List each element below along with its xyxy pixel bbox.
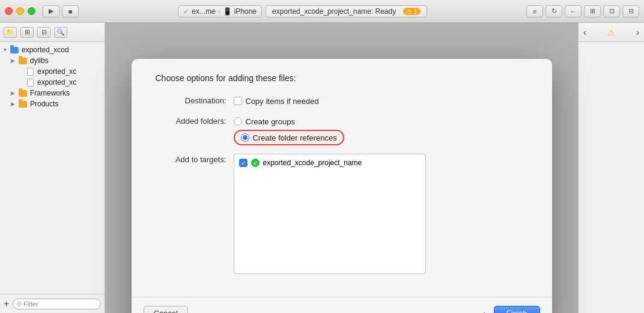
list-view-button[interactable]: ≡ xyxy=(526,5,543,17)
tree-item-file2[interactable]: exported_xc xyxy=(0,77,105,88)
create-groups-option[interactable]: Create groups xyxy=(234,115,344,127)
destination-row: Destination: Copy items if needed xyxy=(156,95,528,107)
tree-item-label: dylibs xyxy=(30,56,49,65)
filter-icon: ⊙ xyxy=(17,300,22,307)
right-arrow-icon: → xyxy=(475,305,489,313)
separator: › xyxy=(218,7,220,16)
device-label: iPhone xyxy=(234,7,257,16)
chevron-right-icon: ▶ xyxy=(11,58,18,64)
create-groups-label: Create groups xyxy=(246,117,295,126)
sidebar-toolbar: 📁 ⊞ ⊟ 🔍 xyxy=(0,23,105,42)
chevron-right-icon: ▶ xyxy=(11,101,18,107)
table-icon-btn[interactable]: ⊟ xyxy=(37,27,50,38)
right-panel-toolbar: ‹ ⚠ › xyxy=(579,23,644,42)
folder-yellow-icon xyxy=(18,56,28,65)
tree-item-products[interactable]: ▶ Products xyxy=(0,99,105,109)
dialog: Choose options for adding these files: D… xyxy=(132,59,552,313)
titlebar: ▶ ■ ✓ ex...me › 📱 iPhone exported_xcode_… xyxy=(0,0,644,23)
folder-yellow-icon xyxy=(18,100,28,108)
warning-badge[interactable]: ⚠ 1 xyxy=(403,8,421,15)
tree-view: ▼ exported_xcod ▶ dylibs exported_xc xyxy=(0,42,105,294)
utility-toggle-button[interactable]: ⊟ xyxy=(622,5,639,17)
filter-placeholder: Filter xyxy=(23,300,38,308)
target-item[interactable]: ✓ ✓ exported_xcode_project_name xyxy=(237,157,423,169)
titlebar-controls: ▶ ■ xyxy=(43,5,79,17)
targets-list[interactable]: ✓ ✓ exported_xcode_project_name xyxy=(234,154,426,274)
dialog-title: Choose options for adding these files: xyxy=(156,73,528,83)
sidebar: 📁 ⊞ ⊟ 🔍 ▼ exported_xcod ▶ dylibs xyxy=(0,23,105,313)
cancel-button[interactable]: Cancel xyxy=(144,306,188,313)
content-area: Choose options for adding these files: D… xyxy=(105,23,578,313)
create-folder-refs-label: Create folder references xyxy=(253,133,337,142)
arrow-hint: → Finish xyxy=(475,305,540,313)
warning-icon: ⚠ xyxy=(607,28,615,37)
copy-items-label: Copy items if needed xyxy=(246,97,319,106)
added-folders-field: Create groups Create folder references xyxy=(234,115,344,145)
added-folders-label: Added folders: xyxy=(156,115,234,127)
right-panel: ‹ ⚠ › xyxy=(578,23,644,313)
copy-items-option[interactable]: Copy items if needed xyxy=(234,95,319,107)
folder-yellow-icon xyxy=(18,89,28,97)
status-text: exported_xcode_project_name: Ready xyxy=(272,7,396,16)
search-icon-btn[interactable]: 🔍 xyxy=(54,27,67,38)
create-folder-refs-option[interactable]: Create folder references xyxy=(234,130,344,145)
sidebar-toggle-button[interactable]: ⊞ xyxy=(584,5,601,17)
add-to-targets-row: Add to targets: ✓ ✓ exported_xcode_proje… xyxy=(156,154,528,274)
tree-item-frameworks[interactable]: ▶ Frameworks xyxy=(0,88,105,99)
tree-item-label: Products xyxy=(30,100,58,108)
run-button[interactable]: ▶ xyxy=(43,5,59,17)
file-icon xyxy=(25,67,35,76)
dialog-content: Choose options for adding these files: D… xyxy=(132,59,552,297)
stop-button[interactable]: ■ xyxy=(62,5,79,17)
nav-left-button[interactable]: ‹ xyxy=(583,27,586,38)
folder-blue-icon xyxy=(10,46,19,54)
close-button[interactable] xyxy=(5,7,13,15)
tree-item-label: exported_xc xyxy=(37,67,76,76)
nav-right-button[interactable]: › xyxy=(636,27,639,38)
target-checkbox[interactable]: ✓ xyxy=(239,159,248,167)
sidebar-bottom: + ⊙ Filter xyxy=(0,294,105,313)
target-name: exported_xcode_project_name xyxy=(263,159,362,167)
destination-label: Destination: xyxy=(156,95,234,107)
dialog-overlay: Choose options for adding these files: D… xyxy=(105,23,578,313)
tree-item-label: exported_xcod xyxy=(22,46,69,54)
dialog-footer: Cancel → Finish xyxy=(132,297,552,313)
scheme-selector[interactable]: ✓ ex...me › 📱 iPhone xyxy=(178,5,262,17)
check-circle-icon: ✓ xyxy=(183,7,189,16)
inspector-toggle-button[interactable]: ⊡ xyxy=(603,5,620,17)
chevron-right-icon: ▶ xyxy=(11,90,18,96)
tree-item-file1[interactable]: exported_xc xyxy=(0,66,105,77)
status-bar: exported_xcode_project_name: Ready ⚠ 1 xyxy=(266,5,427,17)
maximize-button[interactable] xyxy=(28,7,35,15)
file-icon xyxy=(25,78,35,87)
add-button[interactable]: + xyxy=(4,299,9,309)
finish-button[interactable]: Finish xyxy=(494,306,540,313)
add-to-targets-label: Add to targets: xyxy=(156,154,234,166)
chevron-down-icon: ▼ xyxy=(2,47,10,53)
create-groups-radio[interactable] xyxy=(234,117,242,126)
device-icon: 📱 xyxy=(223,7,232,16)
minimize-button[interactable] xyxy=(16,7,24,15)
titlebar-center: ✓ ex...me › 📱 iPhone exported_xcode_proj… xyxy=(84,5,521,17)
refresh-button[interactable]: ↻ xyxy=(545,5,562,17)
tree-item-label: Frameworks xyxy=(30,89,70,97)
folder-icon-btn[interactable]: 📁 xyxy=(4,27,17,38)
grid-icon-btn[interactable]: ⊞ xyxy=(20,27,34,38)
filter-box[interactable]: ⊙ Filter xyxy=(13,299,101,309)
back-button[interactable]: ← xyxy=(565,5,582,17)
titlebar-right: ≡ ↻ ← ⊞ ⊡ ⊟ xyxy=(526,5,639,17)
destination-field: Copy items if needed xyxy=(234,95,319,107)
create-folder-refs-radio[interactable] xyxy=(241,133,249,142)
tree-item-dylibs[interactable]: ▶ dylibs xyxy=(0,55,105,66)
main-area: 📁 ⊞ ⊟ 🔍 ▼ exported_xcod ▶ dylibs xyxy=(0,23,644,313)
tree-item-label: exported_xc xyxy=(37,78,76,87)
target-status-icon: ✓ xyxy=(251,159,260,167)
traffic-lights xyxy=(5,7,35,15)
tree-item-root[interactable]: ▼ exported_xcod xyxy=(0,44,105,55)
copy-items-checkbox[interactable] xyxy=(234,97,242,105)
added-folders-row: Added folders: Create groups Create fold… xyxy=(156,115,528,145)
scheme-label: ex...me xyxy=(192,7,215,16)
